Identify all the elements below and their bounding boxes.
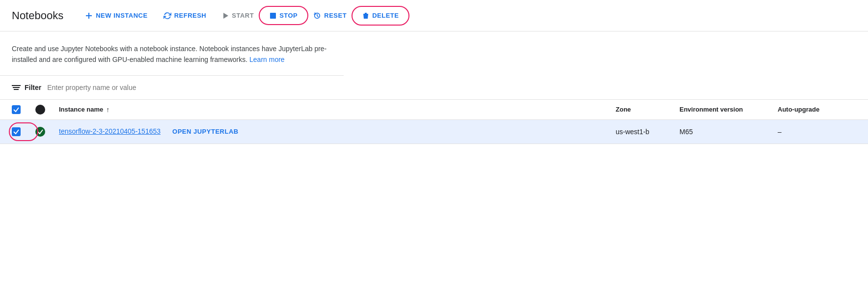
status-header-icon	[35, 105, 45, 115]
th-zone: Zone	[616, 106, 679, 113]
instance-name-link[interactable]: tensorflow-2-3-20210405-151653	[59, 127, 161, 137]
th-status	[35, 105, 59, 115]
refresh-icon	[163, 12, 171, 20]
new-instance-button[interactable]: NEW INSTANCE	[79, 8, 153, 24]
learn-more-link[interactable]: Learn more	[249, 56, 285, 63]
sort-arrow-icon[interactable]: ↑	[106, 106, 109, 114]
status-running-icon	[35, 127, 45, 137]
filter-row: Filter	[0, 76, 868, 100]
toolbar: Notebooks NEW INSTANCE REFRESH START STO…	[0, 0, 868, 31]
row-env-cell: M65	[679, 128, 778, 136]
filter-icon	[12, 85, 21, 90]
reset-icon	[313, 12, 321, 20]
start-button[interactable]: START	[216, 8, 260, 23]
stop-icon	[270, 12, 276, 19]
row-checkbox-cell	[12, 127, 35, 136]
start-icon	[222, 12, 229, 19]
filter-label: Filter	[25, 84, 41, 91]
th-env-version: Environment version	[679, 106, 778, 113]
page-title: Notebooks	[12, 9, 63, 22]
row-upgrade-cell: –	[778, 128, 856, 136]
row-name-cell: tensorflow-2-3-20210405-151653 OPEN JUPY…	[59, 127, 616, 137]
svg-rect-1	[86, 15, 92, 16]
svg-marker-2	[223, 13, 228, 19]
svg-rect-3	[270, 13, 276, 19]
row-status-cell	[35, 127, 59, 137]
th-auto-upgrade: Auto-upgrade	[778, 106, 856, 113]
refresh-button[interactable]: REFRESH	[158, 8, 213, 24]
table-header: Instance name ↑ Zone Environment version…	[0, 100, 868, 120]
th-instance-name: Instance name ↑	[59, 106, 616, 114]
table: Instance name ↑ Zone Environment version…	[0, 100, 868, 144]
reset-button[interactable]: RESET	[307, 8, 353, 24]
stop-button[interactable]: STOP	[264, 8, 303, 23]
delete-icon	[362, 12, 369, 20]
open-jupyterlab-link[interactable]: OPEN JUPYTERLAB	[172, 127, 239, 136]
delete-button[interactable]: DELETE	[356, 8, 405, 24]
description-text: Create and use Jupyter Notebooks with a …	[12, 43, 332, 65]
row-checkbox[interactable]	[12, 127, 21, 136]
row-zone-cell: us-west1-b	[616, 128, 679, 136]
plus-icon	[85, 12, 93, 20]
filter-input[interactable]	[47, 84, 856, 91]
select-all-checkbox[interactable]	[12, 105, 21, 114]
description-section: Create and use Jupyter Notebooks with a …	[0, 31, 344, 76]
table-row: tensorflow-2-3-20210405-151653 OPEN JUPY…	[0, 120, 868, 144]
th-checkbox	[12, 105, 35, 114]
filter-icon-wrap: Filter	[12, 84, 41, 91]
